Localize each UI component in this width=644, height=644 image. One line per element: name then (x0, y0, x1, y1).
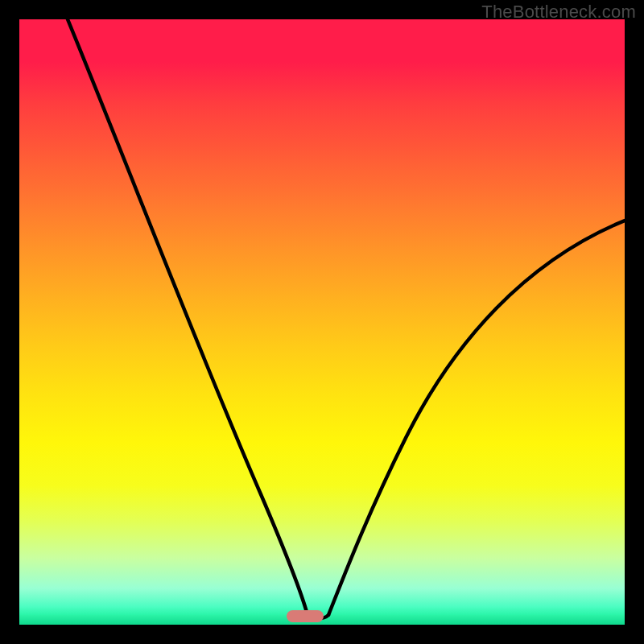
chart-frame: TheBottleneck.com (0, 0, 644, 644)
optimal-marker (287, 610, 324, 622)
watermark-text: TheBottleneck.com (481, 2, 636, 23)
bottleneck-curve (19, 19, 625, 625)
plot-area (19, 19, 625, 625)
